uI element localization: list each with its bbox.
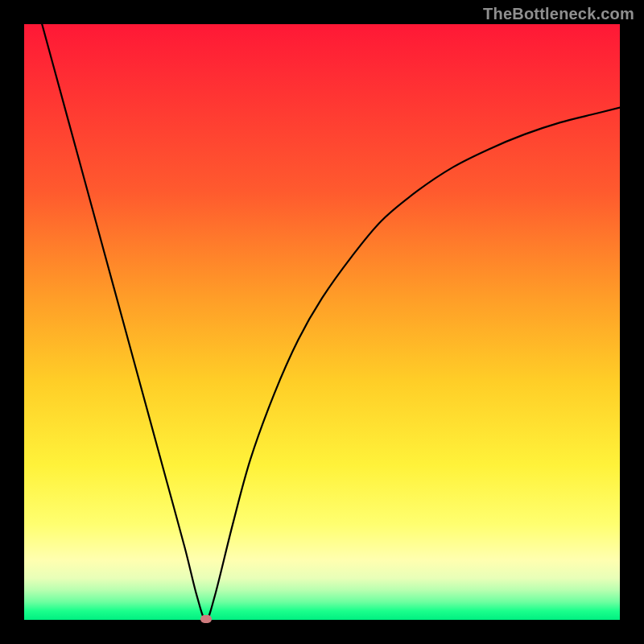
bottleneck-curve-svg <box>24 24 620 620</box>
chart-frame: TheBottleneck.com <box>0 0 644 644</box>
bottleneck-curve-path <box>42 24 620 620</box>
min-point-marker <box>200 615 212 623</box>
watermark-text: TheBottleneck.com <box>483 5 634 23</box>
chart-plot-area <box>24 24 620 620</box>
